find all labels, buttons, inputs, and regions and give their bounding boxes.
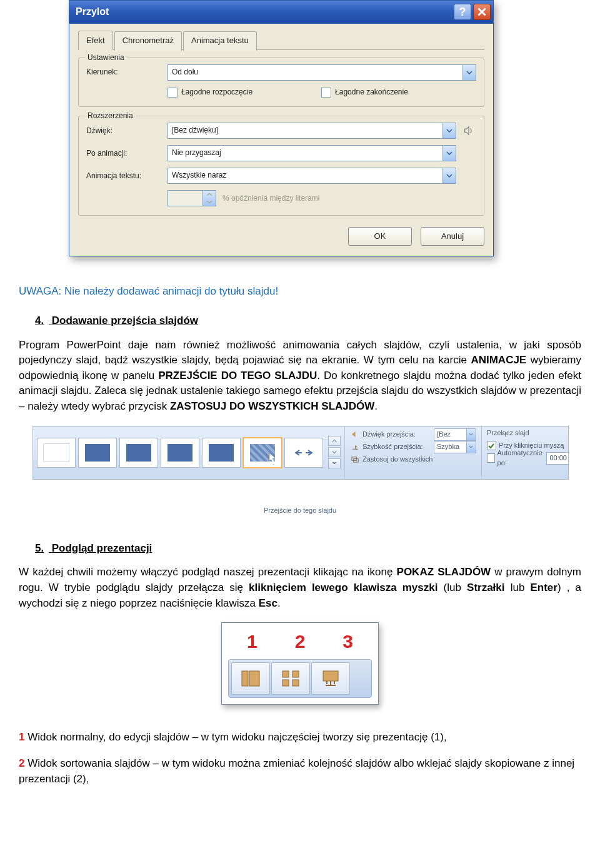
svg-rect-7 xyxy=(292,680,299,686)
cancel-button[interactable]: Anuluj xyxy=(421,227,484,246)
ribbon-sound-dropdown[interactable]: [Bez dźwięku] xyxy=(434,428,476,441)
sorter-view-button[interactable] xyxy=(271,662,310,695)
legend-rozszerzenia: Rozszerzenia xyxy=(85,111,136,121)
kierunek-dropdown[interactable]: Od dołu xyxy=(168,64,476,81)
speed-icon xyxy=(350,443,360,451)
svg-rect-4 xyxy=(282,671,289,677)
animacja-tekstu-dropdown[interactable]: Wszystkie naraz xyxy=(168,168,456,184)
lagodne-rozpoczecie-checkbox[interactable]: Łagodne rozpoczęcie xyxy=(168,87,252,98)
sorter-view-icon xyxy=(279,667,302,690)
chevron-down-icon xyxy=(442,168,456,183)
transition-thumb[interactable] xyxy=(37,438,76,468)
heading-5: 5. Podgląd prezentacji xyxy=(35,541,581,557)
chevron-down-icon xyxy=(442,146,456,161)
line-2: 2 Widok sortowania slajdów – w tym widok… xyxy=(19,756,581,787)
ok-button[interactable]: OK xyxy=(348,227,412,246)
slideshow-view-icon xyxy=(319,667,342,690)
dzwiek-dropdown[interactable]: [Bez dźwięku] xyxy=(168,123,456,139)
przylot-dialog: Przylot ? Efekt Chronometraż Animacja te… xyxy=(69,0,494,256)
tab-strip: Efekt Chronometraż Animacja tekstu xyxy=(78,30,484,50)
figure-label-1: 1 xyxy=(247,628,258,655)
speaker-icon[interactable] xyxy=(461,123,476,138)
close-button[interactable] xyxy=(473,4,491,20)
tab-animacja-tekstu[interactable]: Animacja tekstu xyxy=(183,31,257,51)
advance-auto-checkbox[interactable]: Automatycznie po: 00:00 xyxy=(487,452,569,465)
svg-rect-2 xyxy=(242,671,248,686)
advance-time-spinner[interactable]: 00:00 xyxy=(546,452,569,465)
delay-label: % opóźnienia między literami xyxy=(216,193,319,204)
advance-title: Przełącz slajd xyxy=(487,428,569,440)
para-section5: W każdej chwili możemy włączyć podgląd n… xyxy=(19,565,581,611)
sound-icon xyxy=(350,430,360,438)
dialog-title: Przylot xyxy=(76,4,452,19)
ribbon-speed-label: Szybkość przejścia: xyxy=(362,442,431,452)
po-animacji-label: Po animacji: xyxy=(86,148,168,159)
close-icon xyxy=(478,8,486,16)
group-rozszerzenia: Rozszerzenia Dźwięk: [Bez dźwięku] Po an… xyxy=(78,116,484,216)
opoznienie-spinner xyxy=(168,190,216,206)
normal-view-icon xyxy=(239,667,262,690)
figure-label-2: 2 xyxy=(295,628,306,655)
chevron-down-icon xyxy=(442,123,456,138)
help-button[interactable]: ? xyxy=(454,4,471,20)
group-ustawienia: Ustawienia Kierunek: Od dołu Łagodne roz… xyxy=(78,58,484,107)
figure-label-3: 3 xyxy=(342,628,353,655)
po-animacji-dropdown[interactable]: Nie przygaszaj xyxy=(168,145,456,161)
svg-rect-3 xyxy=(249,671,259,686)
checkbox-icon xyxy=(321,88,331,98)
legend-ustawienia: Ustawienia xyxy=(85,53,127,63)
normal-view-button[interactable] xyxy=(231,662,270,695)
transition-thumb[interactable] xyxy=(202,438,241,468)
animacja-tekstu-label: Animacja tekstu: xyxy=(86,171,168,181)
spinner-icon xyxy=(202,191,216,206)
svg-rect-6 xyxy=(282,680,289,686)
gallery-down-button[interactable] xyxy=(328,447,341,457)
dzwiek-label: Dźwięk: xyxy=(86,126,168,136)
gallery-up-button[interactable] xyxy=(328,436,341,446)
ribbon-speed-dropdown[interactable]: Szybka xyxy=(434,441,476,453)
transition-ribbon: Dźwięk przejścia: [Bez dźwięku] Szybkość… xyxy=(32,426,569,480)
ribbon-sound-label: Dźwięk przejścia: xyxy=(362,430,431,440)
svg-rect-8 xyxy=(323,671,338,681)
dialog-titlebar: Przylot ? xyxy=(69,1,493,24)
lagodne-zakonczenie-checkbox[interactable]: Łagodne zakończenie xyxy=(321,87,408,98)
transition-thumb-selected[interactable] xyxy=(243,438,282,468)
view-buttons-figure: 1 2 3 xyxy=(221,622,379,705)
transition-thumb[interactable] xyxy=(161,438,199,468)
gallery-more-button[interactable] xyxy=(328,458,341,468)
checkbox-icon xyxy=(168,88,178,98)
transition-thumb[interactable] xyxy=(284,438,323,468)
slideshow-view-button[interactable] xyxy=(311,662,350,695)
line-1: 1 Widok normalny, do edycji slajdów – w … xyxy=(19,730,581,745)
tab-efekt[interactable]: Efekt xyxy=(78,31,113,50)
kierunek-label: Kierunek: xyxy=(86,67,168,78)
tab-chronometraz[interactable]: Chronometraż xyxy=(114,31,182,51)
heading-4: 4. Dodawanie przejścia slajdów xyxy=(35,313,581,329)
transition-gallery xyxy=(33,426,345,479)
para-section4: Program PowerPoint daje nam również możl… xyxy=(19,338,581,415)
apply-all-icon xyxy=(350,455,360,463)
chevron-down-icon xyxy=(462,65,476,80)
transition-thumb[interactable] xyxy=(78,438,117,468)
warning-note: UWAGA: Nie należy dodawać animacji do ty… xyxy=(19,284,581,300)
ribbon-group-caption: Przejście do tego slajdu xyxy=(32,505,568,516)
transition-thumb[interactable] xyxy=(119,438,158,468)
svg-rect-5 xyxy=(292,671,299,677)
ribbon-apply-all-button[interactable]: Zastosuj do wszystkich xyxy=(362,455,432,465)
